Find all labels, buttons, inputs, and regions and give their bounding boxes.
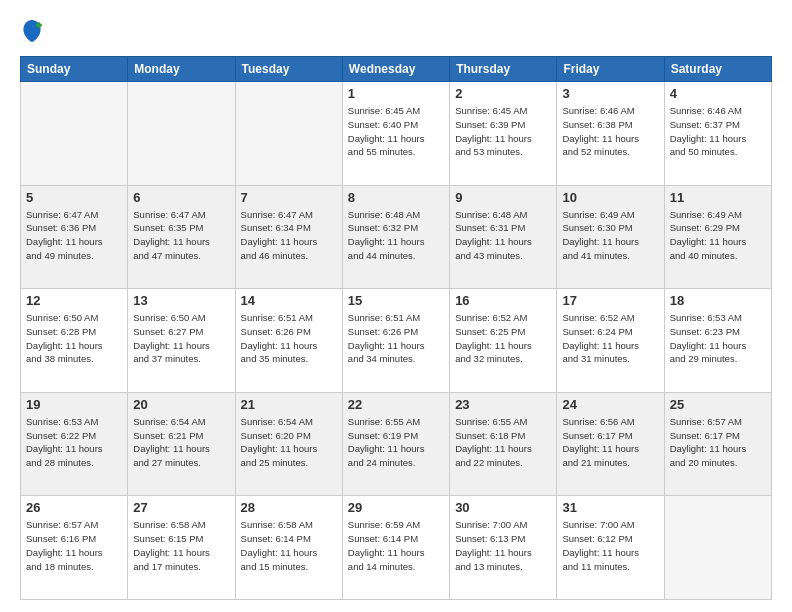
day-info: Sunrise: 6:55 AM Sunset: 6:19 PM Dayligh… bbox=[348, 415, 444, 470]
day-number: 14 bbox=[241, 293, 337, 308]
day-number: 27 bbox=[133, 500, 229, 515]
day-number: 10 bbox=[562, 190, 658, 205]
calendar-cell: 7Sunrise: 6:47 AM Sunset: 6:34 PM Daylig… bbox=[235, 185, 342, 289]
day-info: Sunrise: 6:52 AM Sunset: 6:25 PM Dayligh… bbox=[455, 311, 551, 366]
calendar-cell bbox=[235, 82, 342, 186]
calendar-cell: 14Sunrise: 6:51 AM Sunset: 6:26 PM Dayli… bbox=[235, 289, 342, 393]
calendar-cell: 1Sunrise: 6:45 AM Sunset: 6:40 PM Daylig… bbox=[342, 82, 449, 186]
calendar-cell bbox=[664, 496, 771, 600]
day-info: Sunrise: 6:49 AM Sunset: 6:30 PM Dayligh… bbox=[562, 208, 658, 263]
calendar-cell: 13Sunrise: 6:50 AM Sunset: 6:27 PM Dayli… bbox=[128, 289, 235, 393]
logo bbox=[20, 18, 48, 46]
calendar-header-monday: Monday bbox=[128, 57, 235, 82]
calendar-cell: 28Sunrise: 6:58 AM Sunset: 6:14 PM Dayli… bbox=[235, 496, 342, 600]
day-number: 13 bbox=[133, 293, 229, 308]
calendar-cell: 22Sunrise: 6:55 AM Sunset: 6:19 PM Dayli… bbox=[342, 392, 449, 496]
day-number: 23 bbox=[455, 397, 551, 412]
calendar-cell: 18Sunrise: 6:53 AM Sunset: 6:23 PM Dayli… bbox=[664, 289, 771, 393]
day-number: 15 bbox=[348, 293, 444, 308]
day-number: 31 bbox=[562, 500, 658, 515]
calendar-header-thursday: Thursday bbox=[450, 57, 557, 82]
day-number: 1 bbox=[348, 86, 444, 101]
calendar-header-friday: Friday bbox=[557, 57, 664, 82]
calendar-week-2: 5Sunrise: 6:47 AM Sunset: 6:36 PM Daylig… bbox=[21, 185, 772, 289]
day-info: Sunrise: 6:53 AM Sunset: 6:23 PM Dayligh… bbox=[670, 311, 766, 366]
calendar-week-4: 19Sunrise: 6:53 AM Sunset: 6:22 PM Dayli… bbox=[21, 392, 772, 496]
day-number: 18 bbox=[670, 293, 766, 308]
calendar-cell: 10Sunrise: 6:49 AM Sunset: 6:30 PM Dayli… bbox=[557, 185, 664, 289]
calendar-cell: 8Sunrise: 6:48 AM Sunset: 6:32 PM Daylig… bbox=[342, 185, 449, 289]
calendar-cell: 17Sunrise: 6:52 AM Sunset: 6:24 PM Dayli… bbox=[557, 289, 664, 393]
day-info: Sunrise: 6:45 AM Sunset: 6:39 PM Dayligh… bbox=[455, 104, 551, 159]
day-info: Sunrise: 6:55 AM Sunset: 6:18 PM Dayligh… bbox=[455, 415, 551, 470]
calendar-header-row: SundayMondayTuesdayWednesdayThursdayFrid… bbox=[21, 57, 772, 82]
day-number: 22 bbox=[348, 397, 444, 412]
day-info: Sunrise: 6:57 AM Sunset: 6:17 PM Dayligh… bbox=[670, 415, 766, 470]
day-number: 17 bbox=[562, 293, 658, 308]
calendar-week-1: 1Sunrise: 6:45 AM Sunset: 6:40 PM Daylig… bbox=[21, 82, 772, 186]
day-info: Sunrise: 7:00 AM Sunset: 6:12 PM Dayligh… bbox=[562, 518, 658, 573]
calendar-cell: 3Sunrise: 6:46 AM Sunset: 6:38 PM Daylig… bbox=[557, 82, 664, 186]
calendar-cell: 2Sunrise: 6:45 AM Sunset: 6:39 PM Daylig… bbox=[450, 82, 557, 186]
calendar-cell: 19Sunrise: 6:53 AM Sunset: 6:22 PM Dayli… bbox=[21, 392, 128, 496]
day-info: Sunrise: 6:45 AM Sunset: 6:40 PM Dayligh… bbox=[348, 104, 444, 159]
day-info: Sunrise: 6:48 AM Sunset: 6:31 PM Dayligh… bbox=[455, 208, 551, 263]
day-number: 5 bbox=[26, 190, 122, 205]
day-info: Sunrise: 6:50 AM Sunset: 6:28 PM Dayligh… bbox=[26, 311, 122, 366]
day-info: Sunrise: 6:53 AM Sunset: 6:22 PM Dayligh… bbox=[26, 415, 122, 470]
calendar-cell: 30Sunrise: 7:00 AM Sunset: 6:13 PM Dayli… bbox=[450, 496, 557, 600]
day-number: 7 bbox=[241, 190, 337, 205]
day-number: 21 bbox=[241, 397, 337, 412]
calendar: SundayMondayTuesdayWednesdayThursdayFrid… bbox=[20, 56, 772, 600]
day-number: 2 bbox=[455, 86, 551, 101]
header bbox=[20, 18, 772, 46]
day-info: Sunrise: 6:46 AM Sunset: 6:38 PM Dayligh… bbox=[562, 104, 658, 159]
day-number: 4 bbox=[670, 86, 766, 101]
day-number: 3 bbox=[562, 86, 658, 101]
calendar-cell bbox=[21, 82, 128, 186]
day-number: 30 bbox=[455, 500, 551, 515]
calendar-cell: 5Sunrise: 6:47 AM Sunset: 6:36 PM Daylig… bbox=[21, 185, 128, 289]
calendar-header-wednesday: Wednesday bbox=[342, 57, 449, 82]
day-info: Sunrise: 6:54 AM Sunset: 6:21 PM Dayligh… bbox=[133, 415, 229, 470]
page: SundayMondayTuesdayWednesdayThursdayFrid… bbox=[0, 0, 792, 612]
day-info: Sunrise: 6:58 AM Sunset: 6:15 PM Dayligh… bbox=[133, 518, 229, 573]
day-number: 19 bbox=[26, 397, 122, 412]
calendar-cell: 21Sunrise: 6:54 AM Sunset: 6:20 PM Dayli… bbox=[235, 392, 342, 496]
calendar-cell: 11Sunrise: 6:49 AM Sunset: 6:29 PM Dayli… bbox=[664, 185, 771, 289]
day-info: Sunrise: 6:52 AM Sunset: 6:24 PM Dayligh… bbox=[562, 311, 658, 366]
calendar-header-sunday: Sunday bbox=[21, 57, 128, 82]
day-info: Sunrise: 6:46 AM Sunset: 6:37 PM Dayligh… bbox=[670, 104, 766, 159]
calendar-week-5: 26Sunrise: 6:57 AM Sunset: 6:16 PM Dayli… bbox=[21, 496, 772, 600]
day-info: Sunrise: 6:54 AM Sunset: 6:20 PM Dayligh… bbox=[241, 415, 337, 470]
calendar-cell: 4Sunrise: 6:46 AM Sunset: 6:37 PM Daylig… bbox=[664, 82, 771, 186]
day-info: Sunrise: 6:47 AM Sunset: 6:35 PM Dayligh… bbox=[133, 208, 229, 263]
day-info: Sunrise: 6:50 AM Sunset: 6:27 PM Dayligh… bbox=[133, 311, 229, 366]
calendar-cell: 25Sunrise: 6:57 AM Sunset: 6:17 PM Dayli… bbox=[664, 392, 771, 496]
calendar-cell: 26Sunrise: 6:57 AM Sunset: 6:16 PM Dayli… bbox=[21, 496, 128, 600]
calendar-cell: 31Sunrise: 7:00 AM Sunset: 6:12 PM Dayli… bbox=[557, 496, 664, 600]
day-number: 29 bbox=[348, 500, 444, 515]
calendar-cell: 15Sunrise: 6:51 AM Sunset: 6:26 PM Dayli… bbox=[342, 289, 449, 393]
calendar-cell: 12Sunrise: 6:50 AM Sunset: 6:28 PM Dayli… bbox=[21, 289, 128, 393]
calendar-week-3: 12Sunrise: 6:50 AM Sunset: 6:28 PM Dayli… bbox=[21, 289, 772, 393]
day-number: 9 bbox=[455, 190, 551, 205]
calendar-cell: 6Sunrise: 6:47 AM Sunset: 6:35 PM Daylig… bbox=[128, 185, 235, 289]
day-info: Sunrise: 6:48 AM Sunset: 6:32 PM Dayligh… bbox=[348, 208, 444, 263]
day-number: 24 bbox=[562, 397, 658, 412]
calendar-cell: 24Sunrise: 6:56 AM Sunset: 6:17 PM Dayli… bbox=[557, 392, 664, 496]
day-info: Sunrise: 6:47 AM Sunset: 6:36 PM Dayligh… bbox=[26, 208, 122, 263]
calendar-cell: 16Sunrise: 6:52 AM Sunset: 6:25 PM Dayli… bbox=[450, 289, 557, 393]
day-info: Sunrise: 6:57 AM Sunset: 6:16 PM Dayligh… bbox=[26, 518, 122, 573]
day-info: Sunrise: 6:59 AM Sunset: 6:14 PM Dayligh… bbox=[348, 518, 444, 573]
day-info: Sunrise: 6:51 AM Sunset: 6:26 PM Dayligh… bbox=[348, 311, 444, 366]
day-number: 12 bbox=[26, 293, 122, 308]
day-number: 25 bbox=[670, 397, 766, 412]
day-info: Sunrise: 6:51 AM Sunset: 6:26 PM Dayligh… bbox=[241, 311, 337, 366]
day-info: Sunrise: 6:47 AM Sunset: 6:34 PM Dayligh… bbox=[241, 208, 337, 263]
day-info: Sunrise: 6:49 AM Sunset: 6:29 PM Dayligh… bbox=[670, 208, 766, 263]
day-info: Sunrise: 6:58 AM Sunset: 6:14 PM Dayligh… bbox=[241, 518, 337, 573]
day-number: 28 bbox=[241, 500, 337, 515]
day-number: 20 bbox=[133, 397, 229, 412]
day-number: 6 bbox=[133, 190, 229, 205]
